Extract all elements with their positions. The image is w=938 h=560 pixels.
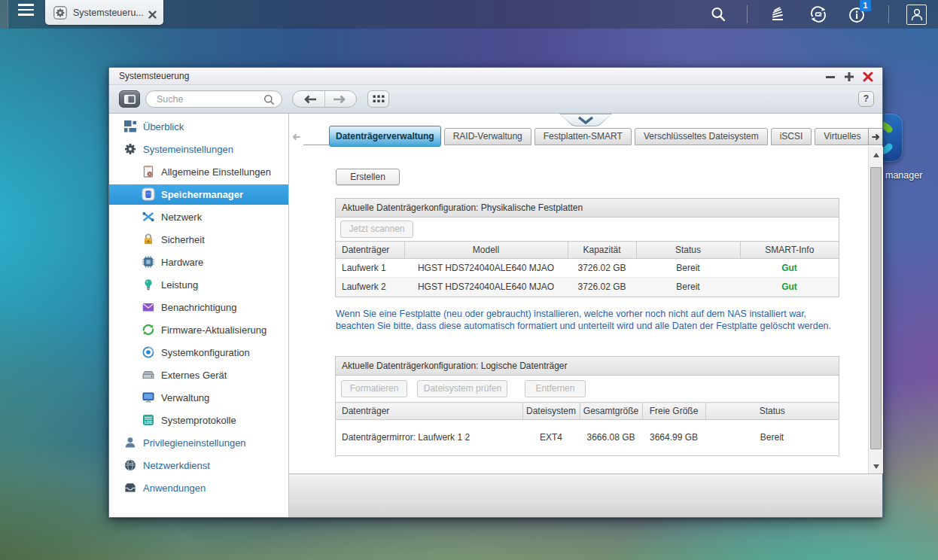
column-header[interactable]: Datenträger bbox=[336, 403, 522, 420]
sidebar-item-label: Allgemeine Einstellungen bbox=[161, 166, 271, 178]
forward-button[interactable] bbox=[324, 91, 356, 107]
tab-datentraegerverwaltung[interactable]: Datenträgerverwaltung bbox=[329, 126, 441, 147]
sidebar-item-netzwerk[interactable]: Netzwerk bbox=[109, 205, 288, 228]
physical-disks-toolbar: Jetzt scannen bbox=[336, 218, 839, 241]
search-input[interactable] bbox=[157, 91, 254, 107]
sidebar-item-allgemeine-einstellungen[interactable]: Allgemeine Einstellungen bbox=[109, 160, 288, 183]
sidebar-item-label: Systemeinstellungen bbox=[143, 144, 233, 155]
sidebar-item-label: Privilegieneinstellungen bbox=[143, 437, 246, 449]
column-header[interactable]: Gesamtgröße bbox=[580, 403, 642, 420]
column-header[interactable]: Dateisystem bbox=[522, 403, 580, 420]
sidebar-item-externes-geraet[interactable]: Externes Gerät bbox=[109, 364, 288, 386]
sidebar-toggle-button[interactable] bbox=[119, 90, 140, 108]
column-header[interactable]: SMART-Info bbox=[740, 242, 839, 259]
sidebar-item-label: Verwaltung bbox=[161, 392, 209, 403]
sidebar: Überblick bbox=[109, 114, 289, 517]
format-button[interactable]: Formatieren bbox=[341, 380, 407, 397]
close-icon[interactable] bbox=[148, 8, 157, 17]
taskbar-tab-systemsteuerung[interactable]: Systemsteueru... bbox=[45, 0, 163, 25]
info-icon[interactable]: 1 bbox=[848, 5, 866, 23]
taskbar-icon-group: 1 bbox=[709, 0, 938, 29]
svg-text:LOG: LOG bbox=[145, 421, 152, 425]
help-button[interactable]: ? bbox=[858, 91, 874, 107]
system-logs-icon: LOG bbox=[142, 413, 155, 427]
privileges-user-icon bbox=[123, 436, 137, 449]
sidebar-item-hardware[interactable]: Hardware bbox=[109, 251, 288, 273]
sidebar-item-privilegieneinstellungen[interactable]: Privilegieneinstellungen bbox=[109, 431, 288, 454]
tab-iscsi[interactable]: iSCSI bbox=[771, 128, 812, 145]
remove-button[interactable]: Entfernen bbox=[525, 380, 586, 397]
notification-mail-icon bbox=[142, 300, 155, 314]
sidebar-item-anwendungen[interactable]: Anwendungen bbox=[109, 476, 288, 499]
column-header[interactable]: Datenträger bbox=[336, 242, 404, 259]
cell-freie-groesse: 3664.99 GB bbox=[642, 420, 705, 455]
logical-volumes-table: Datenträger Dateisystem Gesamtgröße Frei… bbox=[336, 402, 839, 455]
table-row[interactable]: Datenträgermirror: Laufwerk 1 2 EXT4 366… bbox=[336, 420, 839, 455]
cell-smart-info: Gut bbox=[740, 278, 839, 297]
cell-datentraeger: Laufwerk 2 bbox=[336, 278, 404, 297]
vertical-scrollbar[interactable] bbox=[868, 147, 883, 473]
sidebar-item-label: Netzwerk bbox=[161, 212, 202, 223]
check-filesystem-button[interactable]: Dateisystem prüfen bbox=[417, 380, 507, 397]
back-button[interactable] bbox=[293, 91, 324, 107]
tab-festplatten-smart[interactable]: Festplatten-SMART bbox=[534, 128, 632, 145]
table-row[interactable]: Laufwerk 2 HGST HDS724040ALE640 MJAO 372… bbox=[336, 278, 839, 297]
sidebar-item-label: Netzwerkdienst bbox=[143, 460, 210, 471]
scrollbar-thumb[interactable] bbox=[870, 167, 882, 449]
sidebar-item-systemprotokolle[interactable]: LOG Systemprotokolle bbox=[109, 409, 288, 431]
window-titlebar[interactable]: Systemsteuerung bbox=[109, 68, 882, 85]
scroll-down-icon[interactable] bbox=[869, 460, 883, 473]
control-panel-window: Systemsteuerung bbox=[108, 67, 883, 518]
sidebar-item-leistung[interactable]: Leistung bbox=[109, 273, 288, 296]
column-header[interactable]: Status bbox=[636, 242, 740, 259]
logical-volumes-panel-title: Aktuelle Datenträgerkonfiguration: Logis… bbox=[336, 357, 839, 376]
column-header[interactable]: Kapazität bbox=[568, 242, 636, 259]
table-row[interactable]: Laufwerk 1 HGST HDS724040ALE640 MJAO 372… bbox=[336, 259, 839, 278]
content-pane: Datenträgerverwaltung RAID-Verwaltung Fe… bbox=[289, 114, 882, 517]
minimize-icon[interactable] bbox=[825, 72, 836, 82]
sidebar-item-firmware-aktualisierung[interactable]: Firmware-Aktualisierung bbox=[109, 318, 288, 341]
sidebar-item-systemkonfiguration[interactable]: Systemkonfiguration bbox=[109, 341, 288, 364]
taskbar-tab-label: Systemsteueru... bbox=[73, 8, 144, 18]
sidebar-item-sicherheit[interactable]: Sicherheit bbox=[109, 228, 288, 251]
tab-scroll-left-icon[interactable] bbox=[291, 128, 303, 145]
tab-raid-verwaltung[interactable]: RAID-Verwaltung bbox=[444, 128, 531, 145]
cell-status: Bereit bbox=[636, 259, 740, 278]
network-icon bbox=[142, 210, 155, 224]
storage-manager-icon bbox=[142, 187, 155, 201]
desktop: manager Systemsteueru... bbox=[0, 0, 938, 560]
backup-sync-icon[interactable] bbox=[809, 5, 827, 23]
user-icon[interactable] bbox=[906, 5, 927, 25]
close-window-icon[interactable] bbox=[863, 72, 873, 82]
sidebar-item-ueberblick[interactable]: Überblick bbox=[109, 115, 288, 138]
sidebar-item-verwaltung[interactable]: Verwaltung bbox=[109, 386, 288, 409]
sidebar-item-benachrichtigung[interactable]: Benachrichtigung bbox=[109, 296, 288, 318]
column-header[interactable]: Status bbox=[705, 403, 839, 420]
maximize-icon[interactable] bbox=[844, 72, 854, 82]
tabstrip-baseline bbox=[303, 145, 329, 145]
app-grid-icon[interactable] bbox=[367, 90, 389, 108]
tab-page: Erstellen Aktuelle Datenträgerkonfigurat… bbox=[289, 147, 882, 473]
collapse-tabs-button[interactable] bbox=[559, 114, 612, 126]
scan-now-button[interactable]: Jetzt scannen bbox=[340, 221, 413, 238]
sidebar-item-netzwerkdienst[interactable]: Netzwerkdienst bbox=[109, 454, 288, 476]
create-button[interactable]: Erstellen bbox=[336, 169, 400, 185]
logical-volumes-toolbar: Formatieren Dateisystem prüfen Entfernen bbox=[336, 376, 839, 402]
history-nav bbox=[292, 90, 357, 108]
activity-monitor-icon[interactable] bbox=[769, 5, 787, 23]
cell-dateisystem: EXT4 bbox=[522, 420, 580, 455]
column-header[interactable]: Freie Größe bbox=[642, 403, 705, 420]
scroll-up-icon[interactable] bbox=[869, 147, 883, 163]
search-icon[interactable] bbox=[709, 5, 727, 23]
sidebar-item-label: Sicherheit bbox=[161, 234, 205, 245]
menu-icon[interactable] bbox=[18, 4, 34, 16]
tab-scroll-right-icon[interactable] bbox=[868, 128, 882, 145]
sidebar-item-systemeinstellungen[interactable]: Systemeinstellungen bbox=[109, 138, 288, 160]
sidebar-item-speichermanager[interactable]: Speichermanager bbox=[109, 183, 288, 205]
tab-verschluesseltes-dateisystem[interactable]: Verschlüsseltes Dateisystem bbox=[635, 128, 768, 145]
note-line: beachten Sie bitte, dass diese automatis… bbox=[336, 320, 833, 332]
desktop-icon-label[interactable]: manager bbox=[885, 170, 922, 181]
sidebar-item-label: Systemprotokolle bbox=[161, 415, 236, 426]
physical-disks-panel: Aktuelle Datenträgerkonfiguration: Physi… bbox=[335, 198, 839, 297]
column-header[interactable]: Modell bbox=[404, 242, 568, 259]
